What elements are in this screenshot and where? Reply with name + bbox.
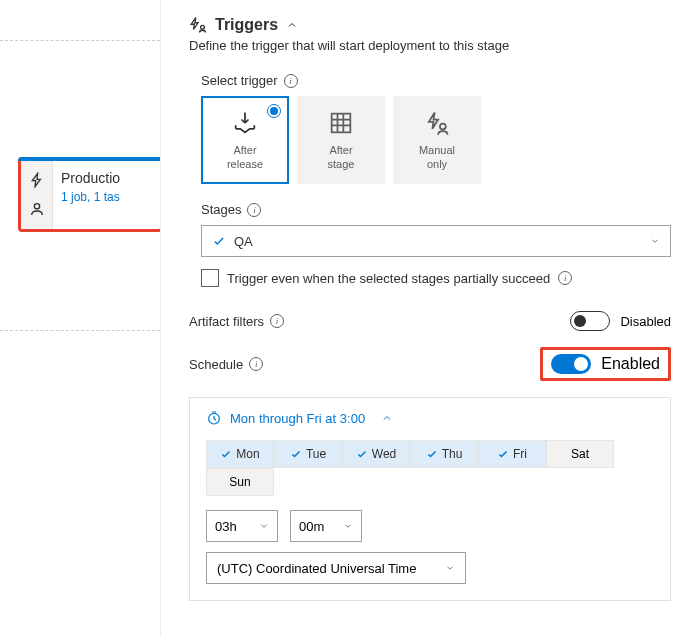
select-trigger-label: Select trigger i — [201, 73, 671, 88]
schedule-editor: Mon through Fri at 3:00 Mon Tue Wed Thu … — [189, 397, 671, 601]
day-wed[interactable]: Wed — [342, 440, 410, 468]
connector-line — [0, 330, 160, 331]
day-sat[interactable]: Sat — [546, 440, 614, 468]
stage-info[interactable]: Productio 1 job, 1 tas — [53, 160, 128, 229]
partial-success-checkbox[interactable] — [201, 269, 219, 287]
trigger-tile-after-stage[interactable]: After stage — [297, 96, 385, 184]
schedule-state: Enabled — [601, 355, 660, 373]
schedule-row: Schedule i Enabled — [189, 347, 671, 381]
stage-list-icon — [327, 109, 355, 137]
connector-line — [0, 40, 160, 41]
info-icon[interactable]: i — [270, 314, 284, 328]
minute-select[interactable]: 00m — [290, 510, 362, 542]
lightning-person-icon — [423, 109, 451, 137]
svg-point-3 — [440, 124, 446, 130]
trigger-tiles: After release After stage Manual only — [201, 96, 671, 184]
stage-card-production[interactable]: Productio 1 job, 1 tas — [18, 157, 163, 232]
schedule-toggle-highlight: Enabled — [540, 347, 671, 381]
trigger-tile-manual-only[interactable]: Manual only — [393, 96, 481, 184]
lightning-icon — [29, 172, 45, 188]
schedule-summary: Mon through Fri at 3:00 — [230, 411, 365, 426]
stages-label: Stages i — [201, 202, 671, 217]
stage-name: Productio — [61, 170, 120, 186]
hour-select[interactable]: 03h — [206, 510, 278, 542]
stage-pre-conditions[interactable] — [21, 160, 53, 229]
artifact-filters-label: Artifact filters — [189, 314, 264, 329]
artifact-filters-row: Artifact filters i Disabled — [189, 311, 671, 331]
svg-point-0 — [34, 203, 39, 208]
stages-value: QA — [234, 234, 253, 249]
chevron-down-icon — [445, 563, 455, 573]
clock-icon — [206, 410, 222, 426]
person-icon — [29, 201, 45, 217]
checkmark-icon — [212, 234, 226, 248]
panel-header[interactable]: Triggers — [189, 16, 671, 34]
info-icon[interactable]: i — [249, 357, 263, 371]
artifact-filters-state: Disabled — [620, 314, 671, 329]
chevron-up-icon — [286, 19, 298, 31]
lightning-person-icon — [189, 16, 207, 34]
panel-title: Triggers — [215, 16, 278, 34]
day-fri[interactable]: Fri — [478, 440, 546, 468]
days-picker: Mon Tue Wed Thu Fri Sat Sun — [206, 440, 654, 496]
pipeline-canvas: Productio 1 job, 1 tas — [0, 0, 160, 636]
day-thu[interactable]: Thu — [410, 440, 478, 468]
panel-description: Define the trigger that will start deplo… — [189, 38, 671, 53]
stages-dropdown[interactable]: QA — [201, 225, 671, 257]
day-tue[interactable]: Tue — [274, 440, 342, 468]
schedule-summary-row[interactable]: Mon through Fri at 3:00 — [206, 410, 654, 426]
timezone-select[interactable]: (UTC) Coordinated Universal Time — [206, 552, 466, 584]
day-mon[interactable]: Mon — [206, 440, 274, 468]
chevron-down-icon — [259, 521, 269, 531]
trigger-tile-after-release[interactable]: After release — [201, 96, 289, 184]
chevron-up-icon — [381, 412, 393, 424]
schedule-label: Schedule — [189, 357, 243, 372]
partial-success-row: Trigger even when the selected stages pa… — [201, 269, 671, 287]
info-icon[interactable]: i — [247, 203, 261, 217]
info-icon[interactable]: i — [284, 74, 298, 88]
chevron-down-icon — [650, 236, 660, 246]
info-icon[interactable]: i — [558, 271, 572, 285]
schedule-toggle[interactable] — [551, 354, 591, 374]
chevron-down-icon — [343, 521, 353, 531]
stage-meta: 1 job, 1 tas — [61, 190, 120, 204]
svg-point-1 — [201, 25, 205, 29]
partial-success-label: Trigger even when the selected stages pa… — [227, 271, 550, 286]
svg-rect-2 — [332, 114, 351, 133]
day-sun[interactable]: Sun — [206, 468, 274, 496]
download-package-icon — [231, 109, 259, 137]
artifact-filters-toggle[interactable] — [570, 311, 610, 331]
time-picker-row: 03h 00m — [206, 510, 654, 542]
triggers-panel: Triggers Define the trigger that will st… — [160, 0, 699, 636]
radio-selected-icon — [267, 104, 281, 118]
